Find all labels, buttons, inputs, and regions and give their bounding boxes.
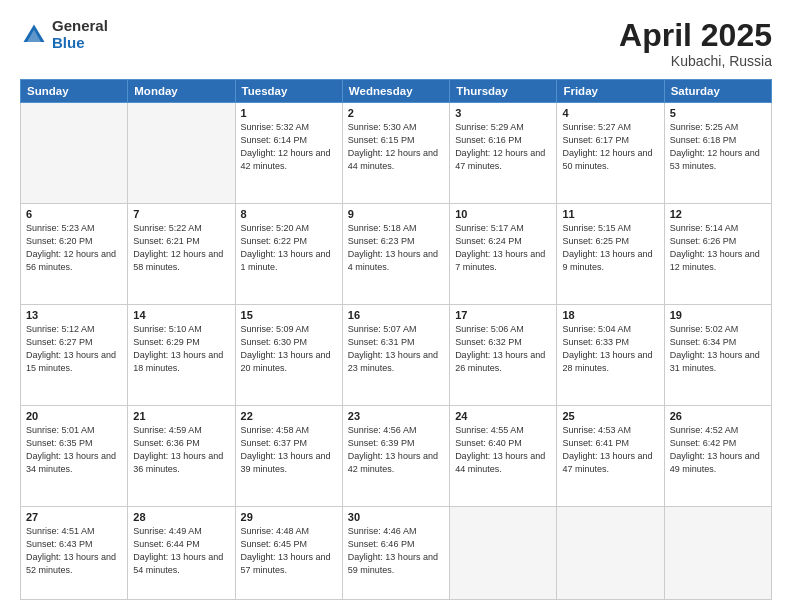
day-info: Sunrise: 5:27 AM Sunset: 6:17 PM Dayligh…	[562, 121, 658, 173]
week-row-4: 20Sunrise: 5:01 AM Sunset: 6:35 PM Dayli…	[21, 406, 772, 507]
day-number: 11	[562, 208, 658, 220]
logo-blue: Blue	[52, 34, 85, 51]
day-info: Sunrise: 5:32 AM Sunset: 6:14 PM Dayligh…	[241, 121, 337, 173]
title-month: April 2025	[619, 18, 772, 53]
day-cell: 7Sunrise: 5:22 AM Sunset: 6:21 PM Daylig…	[128, 204, 235, 305]
day-number: 29	[241, 511, 337, 523]
day-number: 1	[241, 107, 337, 119]
day-cell: 24Sunrise: 4:55 AM Sunset: 6:40 PM Dayli…	[450, 406, 557, 507]
week-row-1: 1Sunrise: 5:32 AM Sunset: 6:14 PM Daylig…	[21, 103, 772, 204]
title-block: April 2025 Kubachi, Russia	[619, 18, 772, 69]
day-info: Sunrise: 5:15 AM Sunset: 6:25 PM Dayligh…	[562, 222, 658, 274]
col-monday: Monday	[128, 80, 235, 103]
logo: General Blue	[20, 18, 108, 51]
day-cell: 29Sunrise: 4:48 AM Sunset: 6:45 PM Dayli…	[235, 507, 342, 600]
day-cell: 23Sunrise: 4:56 AM Sunset: 6:39 PM Dayli…	[342, 406, 449, 507]
day-cell: 21Sunrise: 4:59 AM Sunset: 6:36 PM Dayli…	[128, 406, 235, 507]
day-number: 7	[133, 208, 229, 220]
day-info: Sunrise: 4:58 AM Sunset: 6:37 PM Dayligh…	[241, 424, 337, 476]
day-info: Sunrise: 4:59 AM Sunset: 6:36 PM Dayligh…	[133, 424, 229, 476]
day-cell: 6Sunrise: 5:23 AM Sunset: 6:20 PM Daylig…	[21, 204, 128, 305]
day-number: 15	[241, 309, 337, 321]
day-cell: 28Sunrise: 4:49 AM Sunset: 6:44 PM Dayli…	[128, 507, 235, 600]
day-info: Sunrise: 5:07 AM Sunset: 6:31 PM Dayligh…	[348, 323, 444, 375]
day-cell: 17Sunrise: 5:06 AM Sunset: 6:32 PM Dayli…	[450, 305, 557, 406]
day-number: 30	[348, 511, 444, 523]
day-number: 28	[133, 511, 229, 523]
day-number: 21	[133, 410, 229, 422]
day-info: Sunrise: 5:22 AM Sunset: 6:21 PM Dayligh…	[133, 222, 229, 274]
day-cell	[21, 103, 128, 204]
day-info: Sunrise: 5:18 AM Sunset: 6:23 PM Dayligh…	[348, 222, 444, 274]
day-number: 2	[348, 107, 444, 119]
day-cell: 20Sunrise: 5:01 AM Sunset: 6:35 PM Dayli…	[21, 406, 128, 507]
day-cell: 11Sunrise: 5:15 AM Sunset: 6:25 PM Dayli…	[557, 204, 664, 305]
day-cell	[664, 507, 771, 600]
day-cell	[128, 103, 235, 204]
day-number: 8	[241, 208, 337, 220]
day-number: 9	[348, 208, 444, 220]
day-number: 6	[26, 208, 122, 220]
day-cell: 2Sunrise: 5:30 AM Sunset: 6:15 PM Daylig…	[342, 103, 449, 204]
day-number: 5	[670, 107, 766, 119]
day-info: Sunrise: 5:12 AM Sunset: 6:27 PM Dayligh…	[26, 323, 122, 375]
day-info: Sunrise: 5:06 AM Sunset: 6:32 PM Dayligh…	[455, 323, 551, 375]
calendar-table: Sunday Monday Tuesday Wednesday Thursday…	[20, 79, 772, 600]
day-number: 10	[455, 208, 551, 220]
day-info: Sunrise: 5:10 AM Sunset: 6:29 PM Dayligh…	[133, 323, 229, 375]
day-number: 26	[670, 410, 766, 422]
day-cell: 1Sunrise: 5:32 AM Sunset: 6:14 PM Daylig…	[235, 103, 342, 204]
day-cell: 12Sunrise: 5:14 AM Sunset: 6:26 PM Dayli…	[664, 204, 771, 305]
day-info: Sunrise: 4:51 AM Sunset: 6:43 PM Dayligh…	[26, 525, 122, 577]
day-number: 18	[562, 309, 658, 321]
day-info: Sunrise: 5:04 AM Sunset: 6:33 PM Dayligh…	[562, 323, 658, 375]
day-cell: 25Sunrise: 4:53 AM Sunset: 6:41 PM Dayli…	[557, 406, 664, 507]
day-number: 20	[26, 410, 122, 422]
day-number: 19	[670, 309, 766, 321]
week-row-2: 6Sunrise: 5:23 AM Sunset: 6:20 PM Daylig…	[21, 204, 772, 305]
day-info: Sunrise: 5:29 AM Sunset: 6:16 PM Dayligh…	[455, 121, 551, 173]
day-number: 17	[455, 309, 551, 321]
col-saturday: Saturday	[664, 80, 771, 103]
col-wednesday: Wednesday	[342, 80, 449, 103]
day-cell: 3Sunrise: 5:29 AM Sunset: 6:16 PM Daylig…	[450, 103, 557, 204]
day-info: Sunrise: 4:46 AM Sunset: 6:46 PM Dayligh…	[348, 525, 444, 577]
day-info: Sunrise: 5:09 AM Sunset: 6:30 PM Dayligh…	[241, 323, 337, 375]
day-cell: 19Sunrise: 5:02 AM Sunset: 6:34 PM Dayli…	[664, 305, 771, 406]
day-number: 25	[562, 410, 658, 422]
day-info: Sunrise: 4:53 AM Sunset: 6:41 PM Dayligh…	[562, 424, 658, 476]
page: General Blue April 2025 Kubachi, Russia …	[0, 0, 792, 612]
title-location: Kubachi, Russia	[619, 53, 772, 69]
day-info: Sunrise: 4:49 AM Sunset: 6:44 PM Dayligh…	[133, 525, 229, 577]
day-cell	[450, 507, 557, 600]
day-number: 12	[670, 208, 766, 220]
day-info: Sunrise: 5:30 AM Sunset: 6:15 PM Dayligh…	[348, 121, 444, 173]
logo-text: General Blue	[52, 18, 108, 51]
day-info: Sunrise: 5:14 AM Sunset: 6:26 PM Dayligh…	[670, 222, 766, 274]
header-row: Sunday Monday Tuesday Wednesday Thursday…	[21, 80, 772, 103]
logo-icon	[20, 21, 48, 49]
day-info: Sunrise: 5:20 AM Sunset: 6:22 PM Dayligh…	[241, 222, 337, 274]
day-number: 23	[348, 410, 444, 422]
day-cell: 10Sunrise: 5:17 AM Sunset: 6:24 PM Dayli…	[450, 204, 557, 305]
logo-general: General	[52, 17, 108, 34]
day-info: Sunrise: 5:25 AM Sunset: 6:18 PM Dayligh…	[670, 121, 766, 173]
day-cell	[557, 507, 664, 600]
day-cell: 8Sunrise: 5:20 AM Sunset: 6:22 PM Daylig…	[235, 204, 342, 305]
week-row-3: 13Sunrise: 5:12 AM Sunset: 6:27 PM Dayli…	[21, 305, 772, 406]
day-number: 24	[455, 410, 551, 422]
col-friday: Friday	[557, 80, 664, 103]
day-info: Sunrise: 4:55 AM Sunset: 6:40 PM Dayligh…	[455, 424, 551, 476]
day-info: Sunrise: 5:01 AM Sunset: 6:35 PM Dayligh…	[26, 424, 122, 476]
day-info: Sunrise: 5:02 AM Sunset: 6:34 PM Dayligh…	[670, 323, 766, 375]
day-cell: 26Sunrise: 4:52 AM Sunset: 6:42 PM Dayli…	[664, 406, 771, 507]
col-tuesday: Tuesday	[235, 80, 342, 103]
day-cell: 27Sunrise: 4:51 AM Sunset: 6:43 PM Dayli…	[21, 507, 128, 600]
day-cell: 18Sunrise: 5:04 AM Sunset: 6:33 PM Dayli…	[557, 305, 664, 406]
day-info: Sunrise: 4:56 AM Sunset: 6:39 PM Dayligh…	[348, 424, 444, 476]
day-info: Sunrise: 5:17 AM Sunset: 6:24 PM Dayligh…	[455, 222, 551, 274]
day-cell: 14Sunrise: 5:10 AM Sunset: 6:29 PM Dayli…	[128, 305, 235, 406]
day-number: 16	[348, 309, 444, 321]
day-cell: 4Sunrise: 5:27 AM Sunset: 6:17 PM Daylig…	[557, 103, 664, 204]
col-thursday: Thursday	[450, 80, 557, 103]
